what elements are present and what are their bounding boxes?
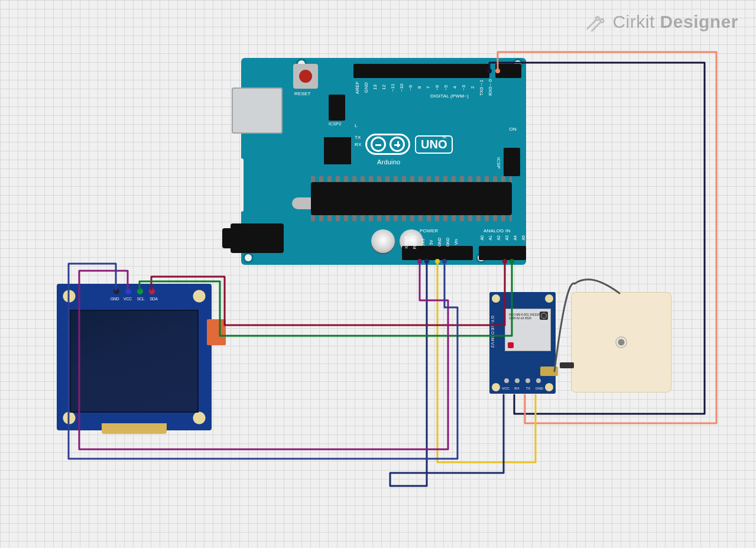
oled-pin-sda[interactable] [149,288,155,294]
board-notch [240,158,244,212]
icsp2-label: ICSP2 [329,122,341,126]
gps-module[interactable]: GY-NEO6MV2 NEO-6M-0-001 24221083176 1608… [489,292,556,394]
icsp-label: ICSP [496,157,501,168]
circuit-canvas[interactable]: RESET ICSP2 ICSP UNO Arduino ™ L TX RX O… [0,0,756,548]
tx-led-label: TX [355,135,361,140]
on-led-label: ON [510,127,517,132]
arduino-brand: UNO [365,134,453,155]
oled-screen [70,310,199,413]
oled-pin-vcc[interactable] [125,288,131,294]
oled-display[interactable]: GNDVCCSCLSDA [57,284,212,430]
mounting-hole [492,294,500,303]
analog-header[interactable] [479,246,526,260]
mounting-hole [59,286,79,306]
analog-pin-labels: A0A1A2A3A4A5 [480,235,528,241]
oled-flex-connector [207,319,226,345]
reset-button[interactable] [293,64,318,89]
gps-pin-labels: VCCRXTXGND [501,387,545,390]
tm-label: ™ [442,136,446,140]
oled-ribbon [102,423,167,434]
mounting-hole [189,286,209,306]
uno-label: UNO [415,135,453,154]
icsp-header [504,148,520,176]
reset-label: RESET [294,91,311,96]
arduino-uno[interactable]: RESET ICSP2 ICSP UNO Arduino ™ L TX RX O… [241,58,526,265]
digital-header-1[interactable] [353,64,489,78]
oled-pin-labels: GNDVCCSCLSDA [109,297,160,301]
digital-header-2[interactable] [495,64,521,78]
gps-chip: NEO-6M-0-001 24221083176 1608 A2 e3 0020 [505,309,551,351]
wire-gps-vcc[interactable] [390,261,504,486]
capacitor [371,229,395,253]
mounting-hole [245,254,252,261]
atmega16u2-chip [324,137,351,164]
gps-datamatrix-icon [540,312,548,320]
ublox-logo-icon [508,342,514,348]
atmega328-chip [311,182,512,215]
power-pin-labels: IOREFRESET3V35VGNDGNDVin [404,235,460,249]
antenna-feed [560,362,574,368]
oled-pin-gnd[interactable] [113,288,119,294]
gps-ufl-connector[interactable] [540,367,558,376]
infinity-logo-icon [365,134,410,155]
digital-pin-labels: AREFGND1312~11~10~987~6~54~32TX0→1RX0←0 [355,79,494,96]
gps-pin-gnd[interactable] [536,378,541,383]
rx-led-label: RX [355,142,362,147]
oled-pin-scl[interactable] [137,288,143,294]
gps-pin-header[interactable] [504,378,541,383]
power-label: POWER [420,228,438,234]
gps-antenna[interactable] [571,292,671,393]
usb-port [232,87,283,134]
gps-pin-vcc[interactable] [504,378,509,383]
gps-side-label: GY-NEO6MV2 [491,316,495,348]
l-led-label: L [355,123,358,128]
mounting-hole [545,383,553,391]
analog-label: ANALOG IN [484,228,510,234]
oled-pin-header[interactable] [113,288,155,294]
gps-pin-tx[interactable] [525,378,530,383]
icsp2-header [329,95,345,121]
gps-pin-rx[interactable] [515,378,520,383]
mounting-hole [492,383,500,391]
barrel-jack [231,223,284,253]
mounting-hole [545,294,553,303]
arduino-sublabel: Arduino [377,158,400,166]
